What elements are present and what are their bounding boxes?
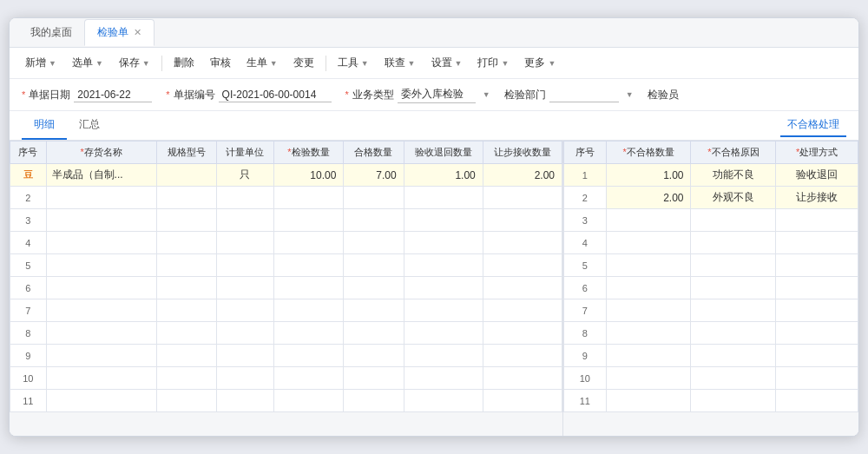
left-spec-8[interactable]: [156, 322, 216, 345]
left-check-qty-7[interactable]: [273, 299, 344, 322]
generate-button[interactable]: 生单 ▼: [240, 52, 285, 74]
right-qty-8[interactable]: [606, 322, 691, 345]
left-name-7[interactable]: [46, 299, 156, 322]
settings-button[interactable]: 设置 ▼: [424, 52, 470, 74]
left-check-qty-5[interactable]: [273, 254, 344, 277]
dept-value[interactable]: [549, 88, 619, 102]
left-pass-qty-5[interactable]: [344, 254, 404, 277]
select-button[interactable]: 选单 ▼: [65, 52, 110, 74]
right-qty-4[interactable]: [606, 232, 691, 254]
left-check-qty-8[interactable]: [273, 322, 344, 345]
right-reason-4[interactable]: [691, 232, 776, 254]
left-accept-qty-2[interactable]: [483, 187, 562, 209]
left-check-qty-9[interactable]: [273, 345, 344, 367]
left-spec-9[interactable]: [156, 345, 216, 367]
left-unit-3[interactable]: [216, 209, 273, 232]
more-button[interactable]: 更多 ▼: [517, 52, 562, 74]
left-name-6[interactable]: [46, 277, 156, 299]
right-method-7[interactable]: [776, 299, 858, 322]
change-button[interactable]: 变更: [286, 52, 321, 74]
audit-button[interactable]: 审核: [203, 52, 238, 74]
right-reason-5[interactable]: [691, 254, 776, 277]
left-check-qty-4[interactable]: [273, 232, 344, 254]
left-return-qty-9[interactable]: [404, 345, 483, 367]
left-unit-4[interactable]: [216, 232, 273, 254]
left-spec-5[interactable]: [156, 254, 216, 277]
left-accept-qty-4[interactable]: [483, 232, 562, 254]
right-reason-3[interactable]: [691, 209, 776, 232]
left-name-11[interactable]: [46, 390, 156, 412]
left-accept-qty-5[interactable]: [483, 254, 562, 277]
left-return-qty-11[interactable]: [404, 390, 483, 412]
left-return-qty-3[interactable]: [404, 209, 483, 232]
left-unit-9[interactable]: [216, 345, 273, 367]
right-reason-7[interactable]: [691, 299, 776, 322]
left-pass-qty-1[interactable]: 7.00: [344, 164, 404, 187]
left-spec-1[interactable]: [156, 164, 216, 187]
left-pass-qty-7[interactable]: [344, 299, 404, 322]
left-accept-qty-6[interactable]: [483, 277, 562, 299]
tab-summary[interactable]: 汇总: [67, 111, 112, 140]
left-return-qty-1[interactable]: 1.00: [404, 164, 483, 187]
left-unit-1[interactable]: 只: [216, 164, 273, 187]
right-method-10[interactable]: [776, 367, 858, 390]
left-return-qty-4[interactable]: [404, 232, 483, 254]
left-spec-2[interactable]: [156, 187, 216, 209]
left-name-5[interactable]: [46, 254, 156, 277]
left-unit-11[interactable]: [216, 390, 273, 412]
tab-inspection[interactable]: 检验单 ✕: [84, 19, 155, 46]
right-reason-9[interactable]: [691, 345, 776, 367]
right-method-1[interactable]: 验收退回: [776, 164, 858, 187]
right-reason-6[interactable]: [691, 277, 776, 299]
left-pass-qty-6[interactable]: [344, 277, 404, 299]
left-unit-7[interactable]: [216, 299, 273, 322]
left-pass-qty-2[interactable]: [344, 187, 404, 209]
right-qty-9[interactable]: [606, 345, 691, 367]
left-pass-qty-4[interactable]: [344, 232, 404, 254]
right-reason-2[interactable]: 外观不良: [691, 187, 776, 209]
left-return-qty-7[interactable]: [404, 299, 483, 322]
tab-desktop[interactable]: 我的桌面: [18, 20, 84, 45]
delete-button[interactable]: 删除: [167, 52, 201, 74]
left-check-qty-2[interactable]: [273, 187, 344, 209]
left-accept-qty-1[interactable]: 2.00: [483, 164, 562, 187]
save-button[interactable]: 保存 ▼: [112, 52, 157, 74]
right-qty-1[interactable]: 1.00: [606, 164, 691, 187]
left-pass-qty-11[interactable]: [344, 390, 404, 412]
left-spec-3[interactable]: [156, 209, 216, 232]
new-button[interactable]: 新增 ▼: [18, 52, 63, 74]
print-button[interactable]: 打印 ▼: [470, 52, 516, 74]
tab-detail[interactable]: 明细: [22, 111, 67, 140]
left-accept-qty-7[interactable]: [483, 299, 562, 322]
left-pass-qty-3[interactable]: [344, 209, 404, 232]
left-check-qty-11[interactable]: [273, 390, 344, 412]
right-method-4[interactable]: [776, 232, 858, 254]
left-unit-2[interactable]: [216, 187, 273, 209]
left-accept-qty-3[interactable]: [483, 209, 562, 232]
left-name-9[interactable]: [46, 345, 156, 367]
left-spec-10[interactable]: [156, 367, 216, 390]
type-dropdown-icon[interactable]: ▼: [483, 90, 490, 99]
left-pass-qty-10[interactable]: [344, 367, 404, 390]
left-name-10[interactable]: [46, 367, 156, 390]
right-qty-3[interactable]: [606, 209, 691, 232]
right-method-3[interactable]: [776, 209, 858, 232]
left-name-2[interactable]: [46, 187, 156, 209]
right-reason-10[interactable]: [691, 367, 776, 390]
left-spec-11[interactable]: [156, 390, 216, 412]
left-accept-qty-8[interactable]: [483, 322, 562, 345]
left-spec-7[interactable]: [156, 299, 216, 322]
right-qty-5[interactable]: [606, 254, 691, 277]
left-unit-5[interactable]: [216, 254, 273, 277]
right-reason-8[interactable]: [691, 322, 776, 345]
right-method-11[interactable]: [776, 390, 858, 412]
left-return-qty-10[interactable]: [404, 367, 483, 390]
tab-close-icon[interactable]: ✕: [134, 27, 141, 38]
left-name-3[interactable]: [46, 209, 156, 232]
number-value[interactable]: QI-2021-06-00-0014: [219, 88, 332, 102]
left-spec-6[interactable]: [156, 277, 216, 299]
dept-dropdown-icon[interactable]: ▼: [626, 90, 634, 99]
type-value[interactable]: 委外入库检验: [398, 86, 476, 103]
left-spec-4[interactable]: [156, 232, 216, 254]
right-method-8[interactable]: [776, 322, 858, 345]
